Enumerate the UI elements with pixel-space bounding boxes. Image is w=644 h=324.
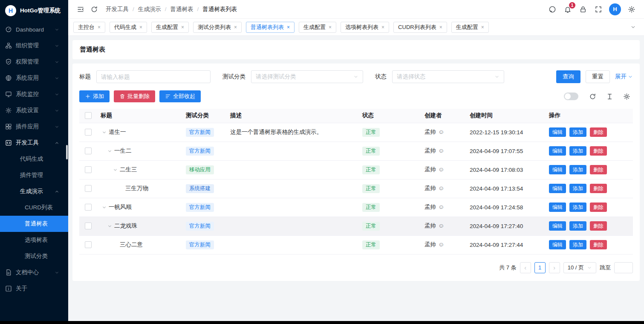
tab-close-icon[interactable]: ×	[439, 24, 442, 30]
row-edit-button[interactable]: 编辑	[549, 146, 566, 156]
sidebar-item-0[interactable]: Dashboard	[0, 21, 68, 38]
tab-close-icon[interactable]: ×	[234, 24, 237, 30]
sidebar-item-13[interactable]: 选项树表	[0, 232, 68, 248]
tabs-dropdown-button[interactable]	[627, 22, 639, 33]
tab-2[interactable]: 生成配置×	[151, 22, 189, 33]
column-settings-button[interactable]	[620, 90, 633, 103]
collapse-sidebar-button[interactable]	[74, 3, 87, 16]
sidebar-item-15[interactable]: 文档中心	[0, 264, 68, 281]
tree-collapse-icon[interactable]	[101, 204, 108, 211]
next-page-button[interactable]: ›	[549, 262, 560, 273]
breadcrumb-item[interactable]: 普通树表	[170, 6, 193, 13]
row-add-button[interactable]: 添加	[569, 184, 586, 193]
tab-0[interactable]: 主控台×	[73, 22, 105, 33]
sidebar-item-5[interactable]: 系统设置	[0, 102, 68, 119]
sidebar-item-8[interactable]: 代码生成	[0, 151, 68, 167]
row-edit-button[interactable]: 编辑	[549, 165, 566, 174]
reset-button[interactable]: 重置	[586, 70, 610, 83]
row-add-button[interactable]: 添加	[569, 146, 586, 156]
search-button[interactable]: 查询	[556, 70, 580, 83]
sidebar-item-11[interactable]: CURD列表	[0, 200, 68, 216]
sidebar-item-16[interactable]: 关于	[0, 281, 68, 297]
tab-close-icon[interactable]: ×	[181, 24, 184, 30]
sidebar-item-9[interactable]: 插件管理	[0, 167, 68, 183]
expand-filters-link[interactable]: 展开	[615, 73, 633, 81]
tab-close-icon[interactable]: ×	[139, 24, 142, 30]
batch-delete-button[interactable]: 批量删除	[114, 90, 155, 102]
sidebar-item-2[interactable]: 权限管理	[0, 54, 68, 70]
row-add-button[interactable]: 添加	[569, 127, 586, 137]
tree-collapse-icon[interactable]	[106, 148, 113, 154]
table-refresh-button[interactable]	[586, 90, 599, 103]
row-add-button[interactable]: 添加	[569, 221, 586, 231]
add-button[interactable]: 添加	[79, 90, 110, 102]
tree-collapse-icon[interactable]	[101, 129, 108, 136]
category-select[interactable]: 请选择测试分类	[251, 70, 363, 83]
app-logo[interactable]: H HotGo管理系统	[0, 0, 68, 21]
prev-page-button[interactable]: ‹	[520, 262, 531, 273]
tab-close-icon[interactable]: ×	[98, 24, 101, 30]
lock-screen-button[interactable]	[577, 3, 589, 16]
row-delete-button[interactable]: 删除	[590, 127, 607, 137]
row-checkbox[interactable]	[85, 204, 92, 211]
row-add-button[interactable]: 添加	[569, 165, 586, 174]
tab-4[interactable]: 普通树表列表×	[246, 22, 295, 33]
row-checkbox[interactable]	[85, 185, 92, 192]
fullscreen-button[interactable]	[592, 3, 605, 16]
row-edit-button[interactable]: 编辑	[549, 221, 566, 231]
tab-close-icon[interactable]: ×	[481, 24, 484, 30]
sidebar-item-12[interactable]: 普通树表	[0, 216, 68, 232]
tab-close-icon[interactable]: ×	[381, 24, 384, 30]
notifications-button[interactable]: 1	[561, 3, 574, 16]
jump-page-input[interactable]	[614, 262, 633, 273]
page-size-select[interactable]: 10 / 页	[563, 262, 596, 273]
striped-toggle[interactable]	[564, 93, 578, 100]
tab-7[interactable]: CUDR列表列表×	[393, 22, 447, 33]
title-input[interactable]	[96, 70, 211, 83]
user-avatar[interactable]: H	[609, 3, 621, 15]
row-add-button[interactable]: 添加	[569, 240, 586, 249]
row-checkbox[interactable]	[85, 241, 92, 248]
sidebar-item-1[interactable]: 组织管理	[0, 38, 68, 54]
row-edit-button[interactable]: 编辑	[549, 202, 566, 212]
tree-collapse-icon[interactable]	[112, 166, 119, 173]
row-checkbox[interactable]	[85, 148, 92, 154]
reload-page-button[interactable]	[88, 3, 101, 16]
row-delete-button[interactable]: 删除	[590, 221, 607, 231]
sidebar-item-7[interactable]: 开发工具	[0, 135, 68, 151]
tab-close-icon[interactable]: ×	[329, 24, 332, 30]
sidebar-item-6[interactable]: 插件应用	[0, 119, 68, 135]
sidebar-item-10[interactable]: 生成演示	[0, 183, 68, 200]
row-delete-button[interactable]: 删除	[590, 146, 607, 156]
settings-button[interactable]	[625, 3, 638, 16]
sidebar-item-3[interactable]: 系统应用	[0, 70, 68, 86]
tab-close-icon[interactable]: ×	[287, 24, 290, 30]
row-edit-button[interactable]: 编辑	[549, 127, 566, 137]
row-delete-button[interactable]: 删除	[590, 165, 607, 174]
tab-1[interactable]: 代码生成×	[110, 22, 147, 33]
breadcrumb-item[interactable]: 普通树表列表	[202, 6, 237, 13]
breadcrumb-item[interactable]: 开发工具	[106, 6, 129, 13]
status-select[interactable]: 请选择状态	[392, 70, 504, 83]
row-edit-button[interactable]: 编辑	[549, 240, 566, 249]
tree-collapse-icon[interactable]	[106, 223, 113, 229]
row-checkbox[interactable]	[85, 223, 92, 229]
select-all-checkbox[interactable]	[85, 112, 92, 119]
tab-8[interactable]: 生成配置×	[451, 22, 489, 33]
collapse-all-button[interactable]: 全部收起	[159, 90, 201, 102]
row-add-button[interactable]: 添加	[569, 202, 586, 212]
tab-6[interactable]: 选项树表列表×	[341, 22, 389, 33]
row-checkbox[interactable]	[85, 129, 92, 136]
row-height-button[interactable]	[603, 90, 616, 103]
row-edit-button[interactable]: 编辑	[549, 184, 566, 193]
row-delete-button[interactable]: 删除	[590, 184, 607, 193]
github-button[interactable]	[546, 3, 559, 16]
sidebar-scrollbar[interactable]	[66, 145, 68, 159]
row-delete-button[interactable]: 删除	[590, 240, 607, 249]
breadcrumb-item[interactable]: 生成演示	[138, 6, 161, 13]
sidebar-item-14[interactable]: 测试分类	[0, 248, 68, 264]
row-delete-button[interactable]: 删除	[590, 202, 607, 212]
tab-5[interactable]: 生成配置×	[299, 22, 336, 33]
sidebar-item-4[interactable]: 系统监控	[0, 86, 68, 102]
tab-3[interactable]: 测试分类列表×	[193, 22, 242, 33]
